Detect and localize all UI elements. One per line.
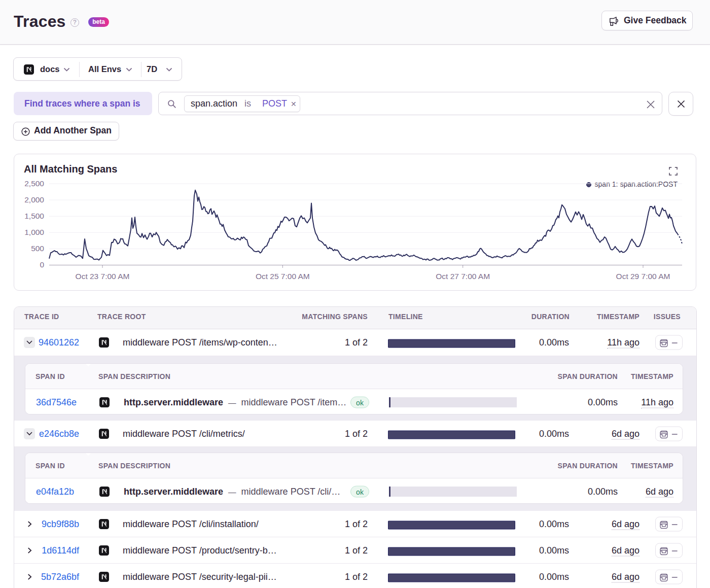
svg-text:Oct 25 7:00 AM: Oct 25 7:00 AM: [256, 272, 310, 281]
svg-text:500: 500: [31, 244, 44, 253]
svg-text:Oct 27 7:00 AM: Oct 27 7:00 AM: [436, 272, 490, 281]
svg-text:1,000: 1,000: [24, 228, 44, 236]
svg-text:0: 0: [40, 260, 44, 269]
svg-text:2,000: 2,000: [24, 195, 44, 204]
svg-text:Oct 23 7:00 AM: Oct 23 7:00 AM: [76, 272, 130, 281]
svg-text:1,500: 1,500: [24, 212, 44, 220]
svg-text:Oct 29 7:00 AM: Oct 29 7:00 AM: [616, 272, 670, 281]
svg-text:2,500: 2,500: [24, 179, 44, 188]
